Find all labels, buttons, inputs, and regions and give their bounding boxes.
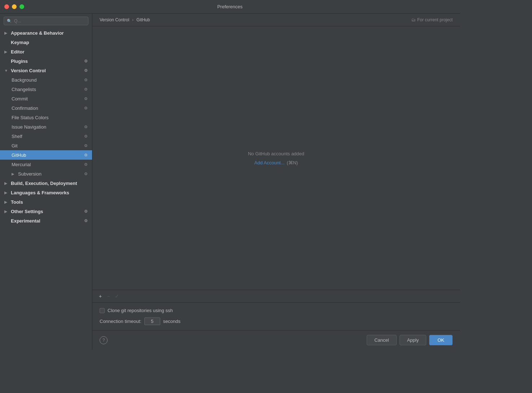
- settings-icon: ⚙: [84, 59, 88, 64]
- chevron-right-icon: ▶: [4, 181, 9, 185]
- project-label: For current project: [417, 17, 453, 22]
- project-icon: 🗂: [411, 17, 416, 22]
- sidebar-item-commit[interactable]: Commit ⚙: [0, 94, 92, 103]
- accounts-panel: No GitHub accounts added Add Account... …: [92, 26, 460, 290]
- settings-icon: ⚙: [84, 106, 88, 111]
- sidebar-item-label: Confirmation: [12, 105, 38, 111]
- add-account-link[interactable]: Add Account...: [254, 160, 285, 165]
- breadcrumb-separator: ›: [132, 17, 134, 22]
- sidebar-item-label: Languages & Frameworks: [11, 190, 69, 195]
- sidebar-item-languages[interactable]: ▶ Languages & Frameworks: [0, 188, 92, 197]
- cancel-button[interactable]: Cancel: [367, 335, 396, 345]
- timeout-row: Connection timeout: seconds: [100, 318, 453, 325]
- sidebar-item-label: Appearance & Behavior: [11, 30, 64, 36]
- settings-icon: ⚙: [84, 172, 88, 176]
- window-title: Preferences: [217, 4, 243, 9]
- clone-ssh-label: Clone git repositories using ssh: [108, 308, 173, 313]
- settings-section: Clone git repositories using ssh Connect…: [92, 302, 460, 330]
- sidebar-item-git[interactable]: Git ⚙: [0, 141, 92, 150]
- sidebar-item-label: Plugins: [11, 59, 28, 64]
- sidebar-item-changelists[interactable]: Changelists ⚙: [0, 85, 92, 94]
- help-button[interactable]: ?: [100, 336, 108, 344]
- settings-icon: ⚙: [84, 96, 88, 101]
- sidebar-item-label: Git: [12, 143, 18, 148]
- main-layout: 🔍 ▶ Appearance & Behavior ▶ Keymap ▶ Edi…: [0, 14, 460, 350]
- accounts-toolbar: + − ✓: [92, 290, 460, 302]
- sidebar-item-label: Version Control: [11, 68, 46, 73]
- main-content: No GitHub accounts added Add Account... …: [92, 26, 460, 330]
- action-buttons: Cancel Apply OK: [367, 335, 453, 345]
- sidebar-item-mercurial[interactable]: Mercurial ⚙: [0, 160, 92, 169]
- sidebar-item-label: Commit: [12, 96, 28, 102]
- chevron-right-icon: ▶: [4, 200, 9, 204]
- sidebar-item-version-control[interactable]: ▼ Version Control ⚙: [0, 66, 92, 75]
- sidebar-item-background[interactable]: Background ⚙: [0, 75, 92, 85]
- settings-icon: ⚙: [84, 134, 88, 139]
- sidebar-item-github[interactable]: GitHub ⚙: [0, 150, 92, 160]
- settings-icon: ⚙: [84, 78, 88, 82]
- sidebar-item-label: Build, Execution, Deployment: [11, 181, 77, 186]
- settings-icon: ⚙: [84, 219, 88, 223]
- sidebar-item-plugins[interactable]: ▶ Plugins ⚙: [0, 56, 92, 66]
- clone-ssh-checkbox[interactable]: [100, 308, 105, 313]
- sidebar-item-label: Issue Navigation: [12, 124, 46, 130]
- close-button[interactable]: [4, 4, 9, 9]
- sidebar-item-issue-navigation[interactable]: Issue Navigation ⚙: [0, 122, 92, 131]
- search-icon: 🔍: [7, 19, 12, 23]
- sidebar-item-label: Other Settings: [11, 209, 43, 214]
- breadcrumb-parent: Version Control: [100, 17, 129, 22]
- breadcrumb-current: GitHub: [136, 17, 150, 22]
- sidebar-item-subversion[interactable]: ▶ Subversion ⚙: [0, 169, 92, 178]
- add-account-button[interactable]: +: [97, 292, 104, 300]
- sidebar-item-file-status-colors[interactable]: File Status Colors: [0, 113, 92, 122]
- content-area: Version Control › GitHub 🗂 For current p…: [92, 14, 460, 350]
- sidebar-item-tools[interactable]: ▶ Tools: [0, 197, 92, 207]
- clone-ssh-row: Clone git repositories using ssh: [100, 308, 453, 313]
- sidebar-item-label: GitHub: [12, 152, 26, 158]
- sidebar-item-keymap[interactable]: ▶ Keymap: [0, 38, 92, 47]
- search-box[interactable]: 🔍: [4, 17, 88, 25]
- breadcrumb-project: 🗂 For current project: [411, 17, 453, 22]
- timeout-unit: seconds: [163, 319, 180, 324]
- timeout-input[interactable]: [144, 318, 160, 325]
- chevron-right-icon: ▶: [4, 210, 9, 213]
- sidebar-item-other-settings[interactable]: ▶ Other Settings ⚙: [0, 207, 92, 216]
- sidebar-item-editor[interactable]: ▶ Editor: [0, 47, 92, 56]
- sidebar: 🔍 ▶ Appearance & Behavior ▶ Keymap ▶ Edi…: [0, 14, 92, 350]
- maximize-button[interactable]: [19, 4, 24, 9]
- chevron-right-icon: ▶: [4, 191, 9, 195]
- minimize-button[interactable]: [12, 4, 17, 9]
- timeout-label: Connection timeout:: [100, 319, 141, 324]
- title-bar: Preferences: [0, 0, 460, 14]
- sidebar-item-label: File Status Colors: [12, 115, 49, 120]
- add-account-shortcut: (⌘N): [287, 160, 298, 165]
- sidebar-item-build-execution[interactable]: ▶ Build, Execution, Deployment: [0, 178, 92, 188]
- settings-icon: ⚙: [84, 153, 88, 157]
- bottom-bar: ? Cancel Apply OK: [92, 330, 460, 350]
- sidebar-item-confirmation[interactable]: Confirmation ⚙: [0, 103, 92, 113]
- sidebar-item-label: Mercurial: [12, 162, 31, 167]
- sidebar-item-experimental[interactable]: ▶ Experimental ⚙: [0, 216, 92, 225]
- settings-icon: ⚙: [84, 209, 88, 214]
- edit-account-button[interactable]: ✓: [113, 292, 121, 300]
- chevron-right-icon: ▶: [4, 50, 9, 54]
- sidebar-item-label: Background: [12, 77, 36, 83]
- apply-button[interactable]: Apply: [400, 335, 427, 345]
- no-accounts-message: No GitHub accounts added: [248, 151, 304, 156]
- sidebar-item-label: Keymap: [11, 40, 29, 45]
- sidebar-item-appearance[interactable]: ▶ Appearance & Behavior: [0, 28, 92, 38]
- sidebar-item-label: Experimental: [11, 218, 40, 224]
- settings-icon: ⚙: [84, 87, 88, 92]
- window-controls: [4, 4, 24, 9]
- ok-button[interactable]: OK: [429, 335, 453, 345]
- sidebar-item-label: Changelists: [12, 87, 36, 92]
- sidebar-item-label: Editor: [11, 49, 25, 55]
- sidebar-item-shelf[interactable]: Shelf ⚙: [0, 131, 92, 141]
- chevron-right-icon: ▶: [4, 31, 9, 35]
- settings-icon: ⚙: [84, 68, 88, 73]
- breadcrumb: Version Control › GitHub 🗂 For current p…: [92, 14, 460, 26]
- remove-account-button[interactable]: −: [105, 292, 112, 300]
- settings-icon: ⚙: [84, 143, 88, 148]
- chevron-right-icon: ▶: [12, 172, 16, 176]
- search-input[interactable]: [14, 18, 85, 23]
